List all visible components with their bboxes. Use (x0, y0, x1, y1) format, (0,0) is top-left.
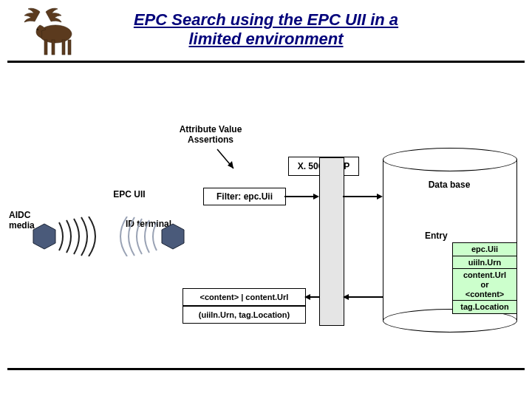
arrowhead-filter-to-server (313, 194, 319, 200)
database-cylinder-top (383, 148, 517, 171)
entry-row-1: epc.Uii (452, 242, 517, 256)
line-server-to-db (343, 196, 380, 197)
arrow-ava-to-filter (214, 146, 244, 176)
label-attribute-value-assertions: Attribute Value Assertions (166, 124, 255, 145)
entry-row-3: content.Url or <content> (452, 268, 517, 301)
box-content-return: <content> | content.Url (183, 288, 306, 306)
radio-waves-out-icon (56, 216, 108, 256)
title-line-1: EPC Search using the EPC UII in a (134, 10, 398, 29)
box-content-args: (uiiln.Urn, tag.Location) (183, 306, 306, 324)
divider-top (7, 61, 525, 63)
tag-hexagon-icon (30, 222, 59, 251)
box-filter: Filter: epc.Uii (203, 188, 286, 205)
server-box (319, 157, 344, 326)
label-epc-uii: EPC UII (103, 189, 155, 200)
reader-hexagon-icon (158, 222, 188, 251)
line-filter-to-server (284, 196, 316, 197)
entry-row-4: tag.Location (452, 300, 517, 314)
divider-bottom (7, 368, 525, 370)
arrowhead-server-to-content (304, 294, 310, 300)
svg-marker-8 (33, 224, 55, 249)
title-line-2: limited environment (188, 30, 343, 48)
arrowhead-db-to-server (343, 294, 349, 300)
svg-marker-9 (162, 224, 184, 249)
label-database: Data base (383, 180, 516, 190)
entry-table: epc.Uii uiiln.Urn content.Url or <conten… (452, 242, 517, 314)
label-entry-heading: Entry (425, 231, 462, 241)
radio-waves-in-icon (108, 216, 160, 256)
arrowhead-server-to-db (377, 194, 383, 200)
page-title: EPC Search using the EPC UII in a limite… (0, 10, 532, 50)
entry-row-2: uiiln.Urn (452, 256, 517, 270)
line-db-to-server (346, 296, 383, 298)
